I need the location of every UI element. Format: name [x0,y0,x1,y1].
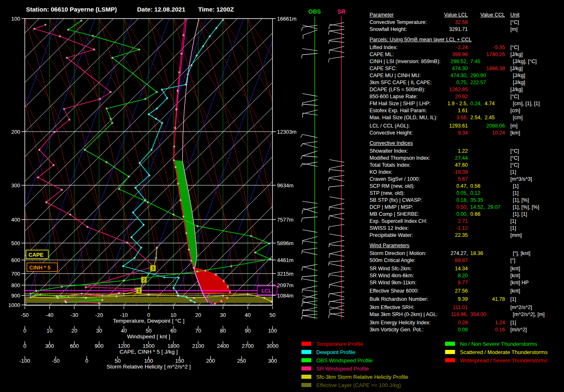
param-row: Max. Hail Size (OLD, MU, IL):3.56,2.54,2… [370,114,563,121]
temperature-axis-label: 20 [195,312,201,318]
param-row: SB STP (fix) | CWASP:0.18,35.35[1], [%] [370,197,563,204]
obs-wind-barb [302,94,317,96]
pressure-tick-label: 600 [11,257,20,263]
param-row: Convective Temperature:32.58[°C] [370,19,563,26]
obs-wind-barb [303,252,318,255]
sr-wind-barb [329,264,344,267]
sr-wind-barb [329,57,344,59]
section-header: Convective Indices [370,139,563,147]
param-row: SR Wind 9km-11km:8.77[knt] HP [370,279,563,286]
cape-axis-label: 2700 [242,343,254,349]
obs-wind-barb [303,151,317,156]
temperature-axis-label: 10 [171,312,176,318]
param-row: Precipitable Water:22.35[mm] [370,232,563,239]
temperature-axis-label: -50 [21,312,29,318]
temperature-axis-label: 0 [147,312,150,318]
temperature-axis-label: 30 [220,312,226,318]
cape-axis-label: 1200 [118,343,130,349]
pressure-tick-label: 900 [11,293,20,299]
sr-wind-barb [329,254,344,256]
legend-item: SR Windspeed Profile [301,364,408,373]
param-row: MB Comp | SHERBE:0.00,0.66[1], [1] [370,211,563,218]
obs-wind-barb [302,104,318,105]
cape-axis-label: 900 [95,343,104,349]
sr-wind-barb [329,46,344,50]
cape-axis-label: 2100 [192,343,204,349]
windspeed-axis-label: 0 [23,328,26,334]
temperature-axis-label: -40 [46,312,54,318]
sr-wind-barb [329,29,344,31]
obs-wind-barb [302,49,318,51]
obs-wind-barb [302,201,318,203]
param-row: Showalter Index:1.22[°C] [370,148,563,155]
sr-wind-barb [329,31,344,35]
sr-wind-barb [329,175,344,177]
obs-wind-barb [303,100,318,103]
param-row: STP (new, old):0.05,0.12[1] [370,190,563,197]
param-row: Total Totals Index:47.60[°C] [370,162,563,169]
param-row: Convective Height:9.3410.24[km] [370,130,563,137]
sr-wind-barb [329,41,344,43]
param-row: 3km Effective SRH:111.01[m^2/s^2] [370,304,563,311]
obs-wind-barb [302,230,317,232]
legend-item: No / Non Severe Thunderstorms [445,340,547,348]
param-row: 3km SFC CAPE | IL CAPE:0.75,222.57[J/kg] [370,79,563,86]
cape-axis-label: 1800 [168,343,180,349]
param-row: Lifted Index:-2.24-5.35[°C] [370,44,563,51]
temperature-axis-label: 50 [270,312,275,318]
sr-wind-barb [329,241,344,244]
sr-wind-barb [329,165,344,169]
param-row: CAPE SFC:474.301866.38[J/kg] [370,65,563,72]
altitude-tick-label: 3215m [277,271,294,277]
pressure-tick-label: 800 [11,282,20,288]
param-row: CAPE MU | CINH MU:474.30,290.90[J/kg] [370,72,563,79]
sr-wind-barb [329,170,344,171]
param-row: Effective Shear 6000:27.56[knt] [370,288,563,295]
param-row: DCAPE (LFS = 500mB):1262.85[J/kg] [370,86,563,93]
obs-wind-barb [303,207,318,210]
param-row: SWISS 12 Index:-1.12[1] [370,225,563,232]
legend-label: Effective Layer (CAPE >= 100 J/kg) [316,382,401,388]
param-row: FM Hail Size | SHIP | LHP:1.9 - 2.5,0.24… [370,100,563,107]
param-row: SR Wind Sfc-2km:14.34[knt] [370,265,563,272]
parameter-panel: Parameter Value LCL Value CCL Unit Conve… [370,11,563,333]
sr-wind-barb [329,250,344,254]
windspeed-axis-label: 10 [47,328,52,334]
cape-axis-label: 300 [45,343,54,349]
sr-wind-barb [329,216,344,220]
temperature-axis-label: 40 [245,312,251,318]
obs-windspeed-path [31,21,270,302]
srh-axis-label: 150 [175,358,184,364]
date-title: Date: 12.08.2021 [137,6,185,13]
sr-wind-barb [329,245,344,246]
windspeed-axis-label: 60 [171,328,176,334]
obs-wind-barb [302,217,318,218]
legend-swatch [301,383,311,387]
legend-label: Dewpoint Profile [316,349,355,355]
sr-wind-barb [329,301,344,303]
legend-swatch [301,350,311,354]
windspeed-axis-label: 30 [96,328,102,334]
altitude-tick-label: 4461m [277,257,294,263]
legend-swatch [301,358,311,362]
col-unit: Unit [505,11,519,19]
obs-wind-barb [302,275,318,276]
svg-text:3: 3 [152,266,154,271]
param-row: Craven SigSvr / 1000:5.67[m^3/s^3] [370,176,563,183]
pressure-tick-label: 700 [11,271,20,277]
param-row: Estofex Exp. Hail Param:1.61[cm] [370,107,563,114]
param-row: SCP RM (new, old):0.47,0.56[1] [370,183,563,190]
sr-wind-barb [329,24,344,27]
pressure-tick-label: 200 [11,129,20,135]
sounding-app-window: 321CAPECINH * 5LCL10016661m20012303m3009… [0,0,564,392]
profile-legend: Temperature ProfileDewpoint ProfileOBS W… [301,340,408,389]
srh-axis-label: 0 [85,358,88,364]
col-value-lcl: Value LCL [441,11,468,19]
sr-wind-barb [329,50,344,52]
cape-axis-title: CAPE, CINH * 5 [ J/kg ] [119,349,178,355]
sr-wind-barb [329,207,344,209]
svg-text:2: 2 [142,277,145,282]
param-row: SR Wind 4km-6km:8.20[knt] [370,272,563,279]
srh-axis-label: 200 [206,358,215,364]
param-row: CINH | LSI (Inversion: 859mB):298.52,7.4… [370,58,563,65]
